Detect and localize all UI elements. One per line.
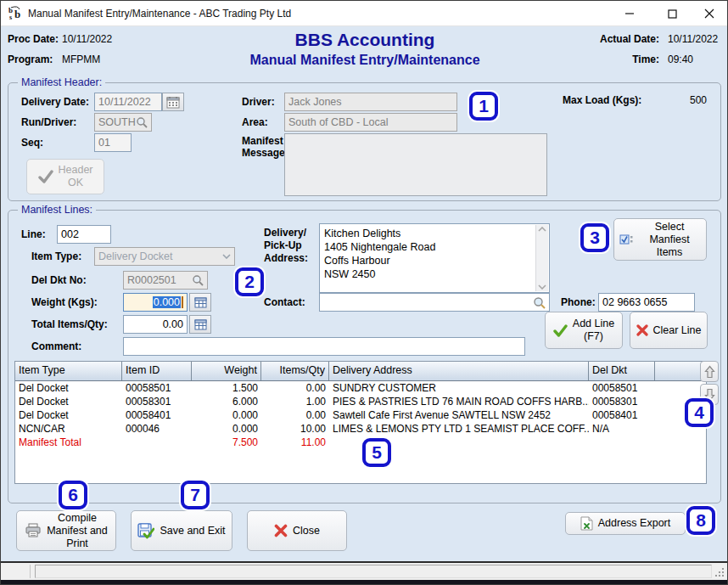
table-cell: 00058401 [122, 408, 192, 422]
table-cell: 1.500 [192, 381, 261, 395]
manifest-header-legend: Manifest Header: [18, 76, 105, 88]
max-load-value: 500 [663, 94, 707, 106]
area-input: South of CBD - Local [284, 113, 457, 132]
total-items-input[interactable]: 0.00 [123, 315, 188, 334]
svg-text:s: s [9, 14, 12, 21]
table-row[interactable]: Del Docket000584010.0000.00Sawtell Cafe … [15, 408, 706, 422]
red-x-icon [636, 324, 648, 336]
table-cell: 0.00 [261, 381, 329, 395]
table-cell: 0.000 [192, 422, 261, 436]
compile-manifest-print-button[interactable]: Compile Manifest and Print [16, 510, 116, 551]
col-items-qty: Items/Qty [261, 362, 329, 380]
close-window-button[interactable] [690, 1, 728, 26]
delivery-date-input[interactable]: 10/11/2022 [94, 93, 162, 111]
table-cell: 1.00 [261, 395, 329, 408]
item-type-label: Item Type: [31, 250, 81, 262]
table-cell: 0.00 [261, 408, 329, 422]
table-cell: 00058501 [589, 381, 655, 395]
app-title: BBS Accounting [195, 30, 535, 50]
manifest-total-row: Manifest Total 7.500 11.00 [15, 436, 706, 449]
chevron-down-icon [222, 254, 231, 259]
run-driver-input[interactable]: SOUTH [94, 113, 152, 132]
total-items-calculator-icon[interactable] [189, 315, 211, 334]
comment-input[interactable] [123, 337, 525, 356]
manifest-lines-legend: Manifest Lines: [18, 204, 96, 216]
col-del-dkt: Del Dkt [589, 362, 655, 380]
table-cell: LIMES & LEMONS PTY LTD 1 SEAMIST PLACE C… [329, 422, 589, 436]
driver-input: Jack Jones [284, 93, 457, 111]
maximize-button[interactable] [652, 1, 692, 26]
address-export-button[interactable]: Address Export [565, 512, 686, 535]
run-driver-label: Run/Driver: [21, 116, 76, 128]
actual-date-value: 10/11/2022 [668, 33, 718, 45]
contact-input[interactable] [319, 293, 550, 312]
del-dkt-no-label: Del Dkt No: [31, 274, 87, 286]
move-line-up-button[interactable] [700, 361, 719, 382]
taskbar-sliver [1, 580, 727, 585]
proc-date-label: Proc Date: [8, 33, 59, 45]
delivery-date-label: Delivery Date: [21, 96, 89, 108]
contact-label: Contact: [264, 296, 305, 308]
annotation-marker-2: 2 [235, 267, 264, 296]
table-row[interactable]: Del Docket000583016.0001.00PIES & PASTRI… [15, 395, 706, 408]
program-label: Program: [8, 53, 53, 65]
status-bar [1, 563, 727, 580]
calendar-icon[interactable] [162, 93, 184, 111]
checkbox-list-icon [619, 233, 633, 245]
seq-input[interactable]: 01 [94, 133, 132, 152]
del-dkt-no-input[interactable]: R0002501 [123, 271, 208, 290]
run-driver-search-icon[interactable] [136, 116, 148, 128]
add-line-button[interactable]: Add Line (F7) [545, 312, 623, 349]
table-cell: Del Docket [15, 395, 122, 408]
weight-calculator-icon[interactable] [189, 293, 211, 312]
clear-line-button[interactable]: Clear Line [630, 312, 708, 349]
manifest-messages-input[interactable] [284, 133, 547, 196]
window-title: Manual Manifest Entry/Maintenance - ABC … [28, 8, 291, 20]
annotation-marker-6: 6 [59, 481, 87, 509]
status-section-divider [30, 565, 31, 578]
save-icon [137, 523, 154, 539]
phone-input[interactable]: 02 9663 0655 [598, 293, 695, 312]
minimize-button[interactable] [610, 1, 649, 26]
app-logo-icon: b s b [8, 5, 25, 22]
time-label: Time: [544, 53, 659, 65]
annotation-marker-8: 8 [686, 506, 715, 535]
table-cell: 10.00 [261, 422, 329, 436]
close-button[interactable]: Close [247, 510, 347, 551]
resize-grip[interactable] [715, 568, 724, 577]
printer-icon [25, 523, 42, 538]
total-items-label: Total Items/Qty: [31, 318, 108, 330]
green-check-icon [553, 324, 568, 337]
driver-label: Driver: [242, 96, 275, 108]
col-item-type: Item Type [15, 362, 122, 380]
del-dkt-search-icon[interactable] [192, 274, 204, 286]
col-delivery-address: Delivery Address [329, 362, 589, 380]
contact-search-icon[interactable] [533, 296, 546, 309]
table-header[interactable]: Item Type Item ID Weight Items/Qty Deliv… [15, 362, 706, 381]
actual-date-label: Actual Date: [544, 33, 659, 45]
table-row[interactable]: Del Docket000585011.5000.00SUNDRY CUSTOM… [15, 381, 706, 395]
annotation-marker-3: 3 [580, 223, 609, 252]
table-cell: Del Docket [15, 408, 122, 422]
check-icon [38, 170, 53, 183]
line-input[interactable]: 002 [57, 225, 111, 244]
table-row[interactable]: NCN/CAR0000460.00010.00LIMES & LEMONS PT… [15, 422, 706, 436]
item-type-select[interactable]: Delivery Docket [94, 247, 235, 266]
table-cell: 00058301 [589, 395, 655, 408]
table-cell: PIES & PASTRIES LTD 76 MAIN ROAD COFFS H… [329, 395, 589, 408]
header-ok-button[interactable]: Header OK [26, 159, 104, 194]
delivery-address-input[interactable]: Kitchen Delights 1405 Nightengale Road C… [319, 223, 550, 293]
area-label: Area: [242, 116, 268, 128]
weight-input[interactable]: 0.000 [123, 293, 188, 312]
red-x-icon [274, 524, 288, 537]
save-and-exit-button[interactable]: Save and Exit [131, 510, 232, 551]
screen-title: Manual Manifest Entry/Maintenance [195, 53, 535, 68]
table-cell: 6.000 [192, 395, 261, 408]
svg-text:b: b [14, 8, 20, 20]
address-scrollbar[interactable] [535, 225, 548, 291]
line-label: Line: [21, 228, 46, 240]
title-bar: b s b Manual Manifest Entry/Maintenance … [1, 1, 727, 26]
select-manifest-items-button[interactable]: Select Manfiest Items [613, 218, 707, 261]
manifest-lines-table: Item Type Item ID Weight Items/Qty Deliv… [14, 361, 707, 484]
app-window: b s b Manual Manifest Entry/Maintenance … [0, 0, 728, 585]
